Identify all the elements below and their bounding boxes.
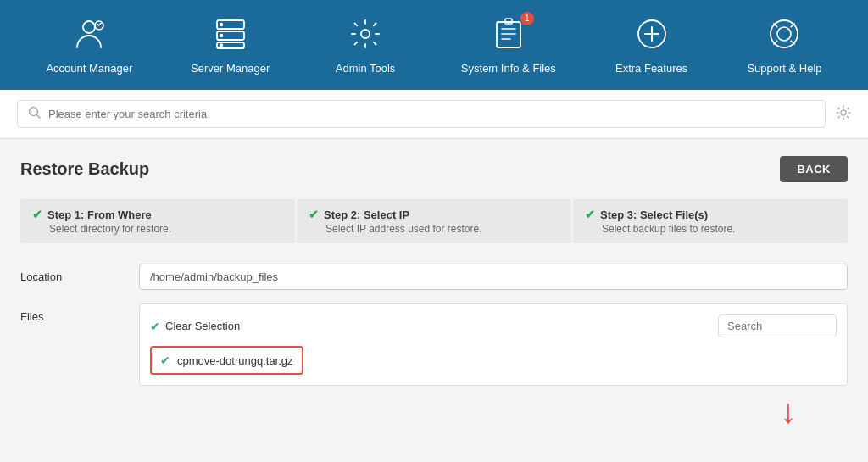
step-1-title: ✔ Step 1: From Where: [32, 208, 283, 221]
nav-item-account-manager[interactable]: Account Manager: [32, 8, 146, 81]
location-row: Location: [20, 264, 848, 290]
extra-features-icon: [633, 15, 670, 57]
files-control: ✔ Clear Selection ✔ cpmove-dotrungq.tar.…: [139, 303, 848, 428]
step-1-desc: Select directory for restore.: [32, 223, 283, 235]
files-container: ✔ Clear Selection ✔ cpmove-dotrungq.tar.…: [139, 303, 848, 386]
nav-item-system-info-files[interactable]: 1 System Info & Files: [448, 8, 570, 81]
step-3-title: ✔ Step 3: Select File(s): [585, 208, 836, 221]
step-1: ✔ Step 1: From Where Select directory fo…: [20, 199, 295, 243]
files-toolbar: ✔ Clear Selection: [150, 314, 837, 337]
back-button[interactable]: BACK: [780, 156, 848, 182]
svg-rect-9: [497, 22, 520, 47]
location-input[interactable]: [139, 264, 848, 290]
support-help-icon: [765, 15, 803, 57]
svg-point-22: [841, 110, 846, 115]
search-area: [0, 90, 868, 139]
search-input[interactable]: [48, 108, 815, 120]
location-control: [139, 264, 848, 290]
search-icon: [28, 106, 42, 122]
search-bar-container: [17, 100, 826, 128]
step-3-check-icon: ✔: [585, 208, 595, 221]
nav-item-support-help[interactable]: Support & Help: [733, 8, 835, 81]
nav-label-account-manager: Account Manager: [46, 62, 132, 75]
svg-line-21: [37, 115, 41, 119]
server-manager-icon: [212, 15, 249, 57]
file-name: cpmove-dotrungq.tar.gz: [177, 354, 293, 367]
down-arrow-icon: ↓: [780, 394, 797, 428]
svg-point-8: [361, 30, 370, 38]
step-2-check-icon: ✔: [309, 208, 319, 221]
file-check-icon: ✔: [160, 353, 170, 367]
page-header: Restore Backup BACK: [20, 156, 848, 182]
clear-selection-check-icon: ✔: [150, 320, 160, 333]
system-info-files-icon: 1: [490, 15, 527, 57]
svg-rect-10: [505, 19, 512, 24]
files-search-input[interactable]: [718, 314, 837, 337]
files-label: Files: [20, 303, 139, 323]
nav-item-server-manager[interactable]: Server Manager: [177, 8, 283, 81]
step-3: ✔ Step 3: Select File(s) Select backup f…: [573, 199, 848, 243]
step-3-desc: Select backup files to restore.: [585, 223, 836, 235]
arrow-container: ↓: [139, 394, 848, 428]
page-title: Restore Backup: [20, 159, 149, 179]
clear-selection-button[interactable]: ✔ Clear Selection: [150, 320, 240, 333]
steps-bar: ✔ Step 1: From Where Select directory fo…: [20, 199, 848, 243]
main-content: Restore Backup BACK ✔ Step 1: From Where…: [0, 139, 868, 462]
settings-icon[interactable]: [836, 105, 851, 124]
nav-item-admin-tools[interactable]: Admin Tools: [314, 8, 416, 81]
svg-point-15: [777, 27, 791, 41]
step-2-title: ✔ Step 2: Select IP: [309, 208, 559, 221]
nav-label-server-manager: Server Manager: [191, 62, 270, 75]
admin-tools-icon: [347, 15, 384, 57]
clear-selection-label: Clear Selection: [165, 320, 240, 332]
svg-point-0: [83, 21, 95, 33]
location-label: Location: [20, 264, 139, 283]
svg-point-5: [220, 24, 222, 26]
system-info-badge: 1: [520, 12, 534, 25]
nav-label-system-info-files: System Info & Files: [461, 62, 556, 75]
nav-label-admin-tools: Admin Tools: [336, 62, 396, 75]
nav-label-support-help: Support & Help: [747, 62, 821, 75]
step-1-check-icon: ✔: [32, 208, 42, 221]
nav-item-extra-features[interactable]: Extra Features: [601, 8, 703, 81]
svg-point-6: [220, 35, 222, 37]
step-2: ✔ Step 2: Select IP Select IP address us…: [297, 199, 571, 243]
nav-label-extra-features: Extra Features: [615, 62, 687, 75]
svg-point-7: [220, 44, 222, 47]
files-row: Files ✔ Clear Selection ✔ cpmove-dotrung…: [20, 303, 848, 428]
file-item[interactable]: ✔ cpmove-dotrungq.tar.gz: [150, 346, 303, 375]
step-2-desc: Select IP address used for restore.: [309, 223, 559, 235]
top-navigation: Account Manager Server Manager Admin Too…: [0, 0, 868, 90]
account-manager-icon: [70, 15, 108, 57]
